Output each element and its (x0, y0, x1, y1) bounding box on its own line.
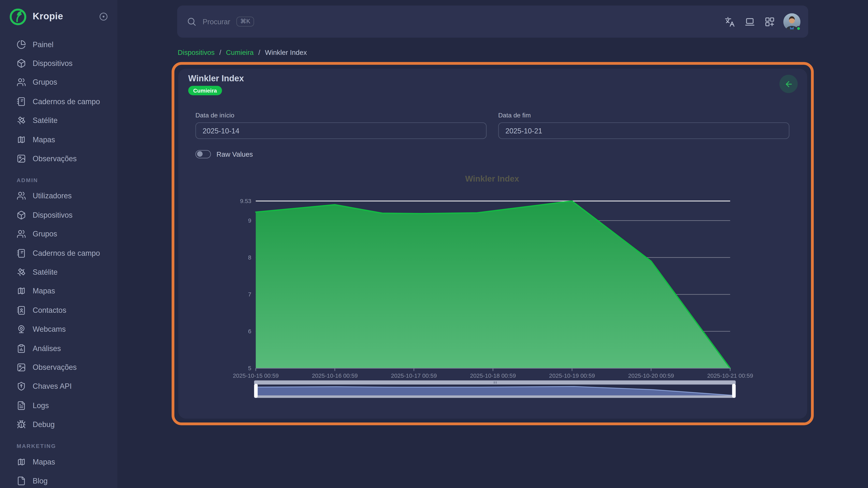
app-title: Kropie (33, 11, 93, 22)
raw-values-label: Raw Values (216, 150, 253, 158)
search-icon (187, 17, 197, 27)
arrow-left-icon (784, 80, 793, 88)
svg-text:Winkler Index: Winkler Index (465, 174, 519, 183)
search-input[interactable]: Procurar (203, 18, 230, 26)
breadcrumb: Dispositivos / Cumieira / Winkler Index (178, 49, 307, 56)
language-icon[interactable] (724, 17, 735, 27)
end-date-input[interactable] (498, 122, 789, 139)
sidebar-item-cadernos[interactable]: Cadernos de campo (0, 92, 117, 111)
breadcrumb-separator: / (219, 49, 221, 56)
notebook-icon (17, 248, 26, 258)
sidebar-item-admin-cadernos[interactable]: Cadernos de campo (0, 244, 117, 263)
users-icon (17, 229, 26, 239)
webcam-icon (17, 325, 26, 334)
search-shortcut-chip: ⌘K (236, 17, 254, 27)
sidebar-header: Kropie (9, 7, 108, 27)
shield-key-icon (17, 382, 26, 391)
toggle-knob (197, 151, 203, 157)
app-screen: Kropie Painel Dispositivos Grupos Cadern… (0, 0, 868, 488)
map-icon (17, 457, 26, 466)
sidebar-item-admin-mapas[interactable]: Mapas (0, 282, 117, 301)
user-avatar[interactable] (783, 13, 801, 30)
satellite-icon (17, 116, 26, 125)
satellite-icon (17, 267, 26, 277)
svg-text:5: 5 (248, 365, 251, 371)
svg-text:9: 9 (248, 217, 251, 224)
kropie-logo-icon (9, 7, 27, 26)
breadcrumb-separator: / (258, 49, 260, 56)
box-icon (17, 210, 26, 220)
map-icon (17, 286, 26, 296)
pie-chart-icon (17, 40, 26, 49)
raw-values-toggle[interactable] (195, 150, 211, 158)
sidebar-item-webcams[interactable]: Webcams (0, 320, 117, 339)
laptop-icon[interactable] (745, 17, 755, 27)
sidebar-item-admin-dispositivos[interactable]: Dispositivos (0, 206, 117, 224)
device-badge: Cumieira (188, 86, 222, 95)
bug-icon (17, 420, 26, 429)
breadcrumb-current: Winkler Index (265, 49, 307, 56)
svg-text:9.53: 9.53 (240, 198, 251, 204)
start-date-label: Data de início (195, 112, 487, 119)
users-icon (17, 78, 26, 87)
sidebar-section-admin: ADMIN (17, 177, 117, 183)
sidebar-item-admin-observacoes[interactable]: Observações (0, 358, 117, 377)
end-date-label: Data de fim (498, 112, 789, 119)
chart-zoom-slider[interactable] (254, 380, 736, 398)
winkler-area-chart[interactable]: Winkler Index567899.532025-10-15 00:5920… (178, 171, 806, 382)
image-icon (17, 154, 26, 163)
sidebar-item-debug[interactable]: Debug (0, 415, 117, 434)
start-date-field: Data de início (195, 112, 487, 139)
sidebar-item-marketing-mapas[interactable]: Mapas (0, 452, 117, 471)
back-button[interactable] (779, 75, 798, 93)
date-fields: Data de início Data de fim (195, 112, 789, 139)
sidebar-item-chaves-api[interactable]: Chaves API (0, 377, 117, 396)
svg-text:2025-10-15 00:59: 2025-10-15 00:59 (233, 372, 279, 379)
start-date-input[interactable] (195, 122, 487, 139)
sidebar-collapse-icon[interactable] (98, 12, 108, 22)
card-title: Winkler Index (188, 73, 244, 84)
sidebar-item-dispositivos[interactable]: Dispositivos (0, 54, 117, 73)
sidebar-item-analises[interactable]: Análises (0, 339, 117, 358)
box-icon (17, 59, 26, 68)
sidebar-item-utilizadores[interactable]: Utilizadores (0, 186, 117, 206)
map-icon (17, 135, 26, 145)
svg-text:2025-10-21 00:59: 2025-10-21 00:59 (707, 372, 753, 379)
sidebar-item-blog[interactable]: Blog (0, 471, 117, 488)
svg-text:2025-10-19 00:59: 2025-10-19 00:59 (549, 372, 595, 379)
users-icon (17, 191, 26, 201)
sidebar-item-mapas[interactable]: Mapas (0, 130, 117, 149)
sidebar-nav: Painel Dispositivos Grupos Cadernos de c… (0, 35, 117, 488)
sidebar-item-grupos[interactable]: Grupos (0, 73, 117, 92)
sidebar-item-admin-satelite[interactable]: Satélite (0, 263, 117, 282)
svg-text:2025-10-16 00:59: 2025-10-16 00:59 (312, 372, 358, 379)
file-text-icon (17, 401, 26, 410)
contact-book-icon (17, 305, 26, 315)
sidebar-item-logs[interactable]: Logs (0, 396, 117, 415)
svg-text:8: 8 (248, 254, 251, 261)
highlight-outline: Winkler Index Cumieira Data de início Da… (172, 62, 814, 425)
topbar: Procurar ⌘K (177, 5, 808, 38)
breadcrumb-dispositivos[interactable]: Dispositivos (178, 49, 215, 56)
sidebar-item-painel[interactable]: Painel (0, 35, 117, 54)
sidebar-item-admin-grupos[interactable]: Grupos (0, 224, 117, 244)
grid-plus-icon[interactable] (765, 17, 775, 27)
svg-text:2025-10-20 00:59: 2025-10-20 00:59 (628, 372, 674, 379)
online-status-dot (796, 26, 801, 31)
svg-text:2025-10-18 00:59: 2025-10-18 00:59 (470, 372, 516, 379)
clipboard-chart-icon (17, 343, 26, 353)
raw-values-row: Raw Values (195, 150, 253, 158)
sidebar-section-marketing: MARKETING (17, 443, 117, 449)
svg-text:7: 7 (248, 291, 251, 298)
svg-text:6: 6 (248, 328, 251, 334)
sidebar-item-observacoes[interactable]: Observações (0, 149, 117, 168)
file-icon (17, 476, 26, 486)
end-date-field: Data de fim (498, 112, 789, 139)
breadcrumb-cumieira[interactable]: Cumieira (226, 49, 253, 56)
sidebar-item-contactos[interactable]: Contactos (0, 301, 117, 320)
image-icon (17, 363, 26, 372)
sidebar: Kropie Painel Dispositivos Grupos Cadern… (0, 0, 117, 488)
sidebar-item-satelite[interactable]: Satélite (0, 111, 117, 130)
notebook-icon (17, 97, 26, 106)
svg-text:2025-10-17 00:59: 2025-10-17 00:59 (391, 372, 437, 379)
